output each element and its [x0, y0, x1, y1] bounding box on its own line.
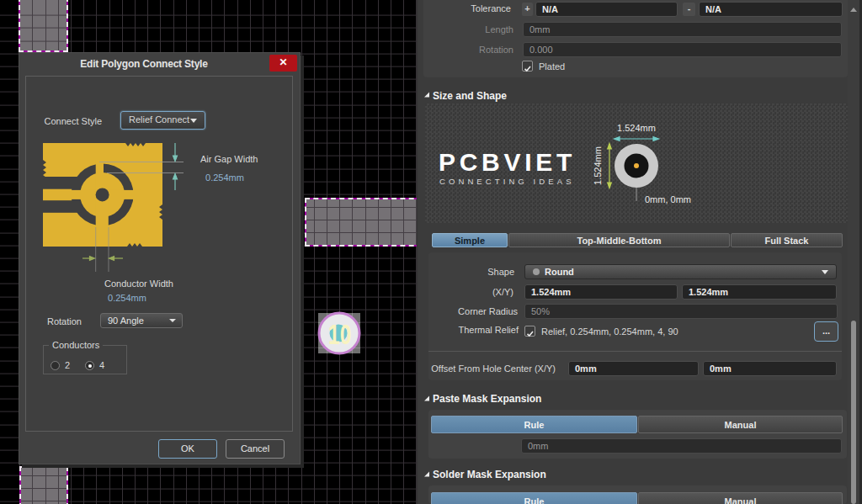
svg-text:1.524mm: 1.524mm: [593, 146, 603, 185]
svg-text:10: 10: [328, 320, 352, 350]
svg-text:0mm, 0mm: 0mm, 0mm: [645, 194, 691, 204]
svg-text:1.524mm: 1.524mm: [617, 123, 656, 133]
